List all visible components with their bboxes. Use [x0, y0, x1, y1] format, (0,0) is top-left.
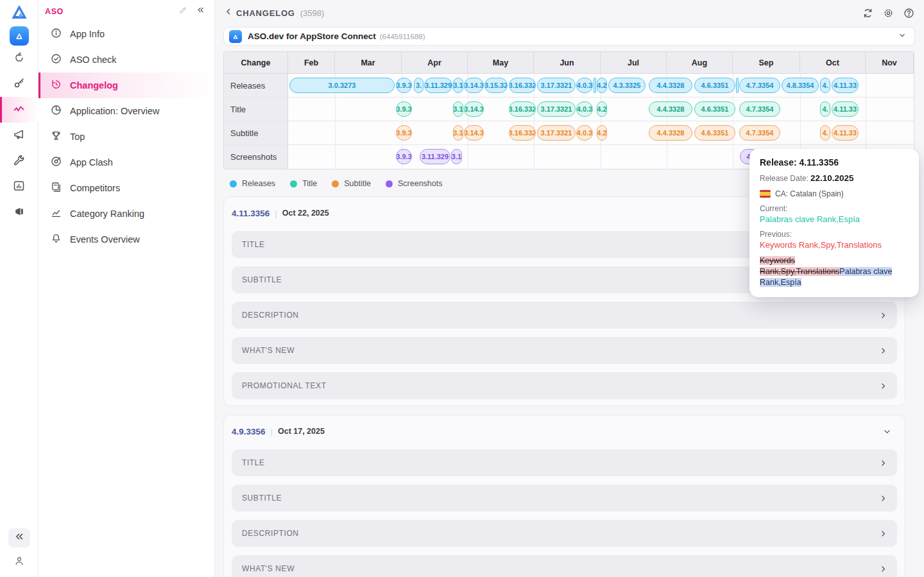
- releases-pill[interactable]: [594, 78, 596, 93]
- help-button[interactable]: [903, 7, 915, 19]
- chevron-down-icon: [898, 31, 907, 42]
- subtitle-pill[interactable]: 3.16.332: [509, 125, 536, 141]
- sidebar-header: ASO: [38, 5, 214, 21]
- title-pill[interactable]: 4.6.3351: [694, 101, 735, 117]
- rail-item-pulse[interactable]: [0, 97, 38, 123]
- user-icon: [13, 558, 25, 569]
- subtitle-pill[interactable]: 4.11.33: [832, 125, 859, 141]
- accordion-row-description[interactable]: DESCRIPTION: [232, 302, 897, 329]
- legend-item-releases[interactable]: Releases: [230, 179, 275, 188]
- legend-item-screenshots[interactable]: Screenshots: [386, 179, 442, 188]
- rail-item-key[interactable]: [0, 71, 38, 97]
- subtitle-pill[interactable]: 3.17.3321: [537, 125, 576, 141]
- sidebar-item-changelog[interactable]: Changelog: [38, 73, 214, 98]
- title-pill[interactable]: 4.11.33: [832, 101, 859, 117]
- releases-pill[interactable]: 3.0.3273: [289, 78, 395, 93]
- title-pill[interactable]: 4.: [820, 101, 830, 117]
- subtitle-pill[interactable]: 4.0.3: [576, 125, 593, 141]
- rail-item-wrench[interactable]: [0, 148, 38, 174]
- timeline-col-jul: Jul: [601, 52, 667, 73]
- back-button[interactable]: [223, 6, 234, 19]
- active-app-icon[interactable]: [10, 26, 29, 46]
- releases-pill[interactable]: 3.11.329: [424, 78, 452, 93]
- title-pill[interactable]: 3.9.3: [396, 101, 412, 117]
- rail-item-megaphone[interactable]: [0, 123, 38, 148]
- screenshots-pill[interactable]: 3.11.329: [420, 149, 450, 164]
- legend-item-title[interactable]: Title: [290, 179, 317, 188]
- subtitle-pill[interactable]: 3.1: [453, 125, 463, 141]
- version-link[interactable]: 4.9.3356: [232, 427, 266, 436]
- accordion-row-description[interactable]: DESCRIPTION: [232, 520, 897, 547]
- releases-pill[interactable]: 4.0.3: [576, 78, 593, 93]
- sidebar-item-aso-check[interactable]: ASO check: [38, 47, 214, 73]
- accordion-row-what-s-new[interactable]: WHAT'S NEW: [232, 337, 897, 364]
- title-pill[interactable]: 3.1: [453, 101, 463, 117]
- releases-pill[interactable]: 4.: [820, 78, 830, 93]
- sidebar-item-top[interactable]: Top: [38, 124, 214, 150]
- title-pill[interactable]: 3.14.3: [464, 101, 484, 117]
- releases-pill[interactable]: 4.7.3354: [739, 78, 780, 93]
- sidebar-item-app-info[interactable]: App Info: [38, 21, 214, 47]
- subtitle-pill[interactable]: 4.2: [597, 125, 607, 141]
- title-pill[interactable]: 3.17.3321: [537, 101, 576, 117]
- releases-pill[interactable]: 3.: [414, 78, 424, 93]
- accordion-row-what-s-new[interactable]: WHAT'S NEW: [232, 555, 897, 577]
- sidebar-collapse-icon[interactable]: [196, 5, 205, 17]
- subtitle-pill[interactable]: 3.9.3: [396, 125, 412, 141]
- chevron-right-icon: [878, 564, 888, 574]
- timeline-col-change: Change: [224, 52, 288, 73]
- user-account-button[interactable]: [13, 555, 25, 569]
- rail-collapse-button[interactable]: [8, 528, 30, 547]
- releases-pill[interactable]: [736, 78, 739, 93]
- releases-pill[interactable]: 4.4.3328: [649, 78, 692, 93]
- app-selector-id: (6445911688): [380, 32, 425, 40]
- title-pill[interactable]: 4.2: [597, 101, 607, 117]
- sidebar-item-app-clash[interactable]: App Clash: [38, 150, 214, 175]
- title-pill[interactable]: 4.4.3328: [649, 101, 692, 117]
- chevron-right-icon: [878, 311, 888, 320]
- rail-item-video[interactable]: [0, 200, 38, 225]
- subtitle-pill[interactable]: 4.6.3351: [694, 125, 735, 141]
- releases-pill[interactable]: 3.14.3: [464, 78, 484, 93]
- releases-pill[interactable]: 4.3.3325: [608, 78, 646, 93]
- refresh-button[interactable]: [862, 7, 874, 19]
- release-tooltip: Release: 4.11.3356 Release Date:22.10.20…: [749, 149, 919, 297]
- version-card-header[interactable]: 4.9.3356|Oct 17, 2025: [224, 422, 905, 441]
- sidebar-item-events-overview[interactable]: Events Overview: [38, 227, 214, 252]
- legend-item-subtitle[interactable]: Subtitle: [332, 179, 371, 188]
- gridline: [335, 145, 336, 169]
- subtitle-pill[interactable]: 4.7.3354: [739, 125, 780, 141]
- subtitle-pill[interactable]: 4.: [820, 125, 830, 141]
- app-selector[interactable]: ASO.dev for AppStore Connect (6445911688…: [223, 27, 915, 46]
- accordion-row-title[interactable]: TITLE: [232, 449, 897, 476]
- releases-pill[interactable]: 4.11.33: [832, 78, 859, 93]
- sidebar-item-competitors[interactable]: Competitors: [38, 175, 214, 201]
- releases-pill[interactable]: 3.17.3321: [537, 78, 576, 93]
- releases-pill[interactable]: 4.6.3351: [694, 78, 735, 93]
- version-link[interactable]: 4.11.3356: [232, 209, 270, 218]
- rail-item-chart-panel[interactable]: [0, 174, 38, 200]
- releases-pill[interactable]: 3.9.3: [396, 78, 412, 93]
- sidebar-item-application-overview[interactable]: Application: Overview: [38, 98, 214, 124]
- subtitle-pill[interactable]: 4.4.3328: [649, 125, 692, 141]
- sidebar-item-category-ranking[interactable]: Category Ranking: [38, 201, 214, 227]
- accordion-row-promotional-text[interactable]: PROMOTIONAL TEXT: [232, 372, 897, 399]
- tooltip-locale: CA: Catalan (Spain): [760, 189, 909, 198]
- screenshots-pill[interactable]: 3.9.3: [396, 149, 412, 164]
- releases-pill[interactable]: 3.1: [453, 78, 463, 93]
- screenshots-pill[interactable]: 3.1: [451, 149, 462, 164]
- accordion-row-subtitle[interactable]: SUBTITLE: [232, 485, 897, 512]
- releases-pill[interactable]: 3.15.32: [484, 78, 508, 93]
- title-pill[interactable]: 4.0.3: [576, 101, 593, 117]
- title-pill[interactable]: 4.7.3354: [739, 101, 780, 117]
- subtitle-pill[interactable]: 3.14.3: [464, 125, 484, 141]
- releases-pill[interactable]: 4.8.3354: [782, 78, 819, 93]
- timeline-row-title: Title3.9.33.13.14.33.16.3323.17.33214.0.…: [224, 98, 914, 121]
- rail-item-apple[interactable]: [0, 46, 38, 71]
- releases-pill[interactable]: 3.16.332: [509, 78, 536, 93]
- releases-pill[interactable]: 4.2: [597, 78, 607, 93]
- title-pill[interactable]: 3.16.332: [509, 101, 536, 117]
- settings-button[interactable]: [882, 7, 894, 19]
- edit-pencil-icon[interactable]: [178, 5, 188, 17]
- chevron-right-icon: [878, 458, 888, 468]
